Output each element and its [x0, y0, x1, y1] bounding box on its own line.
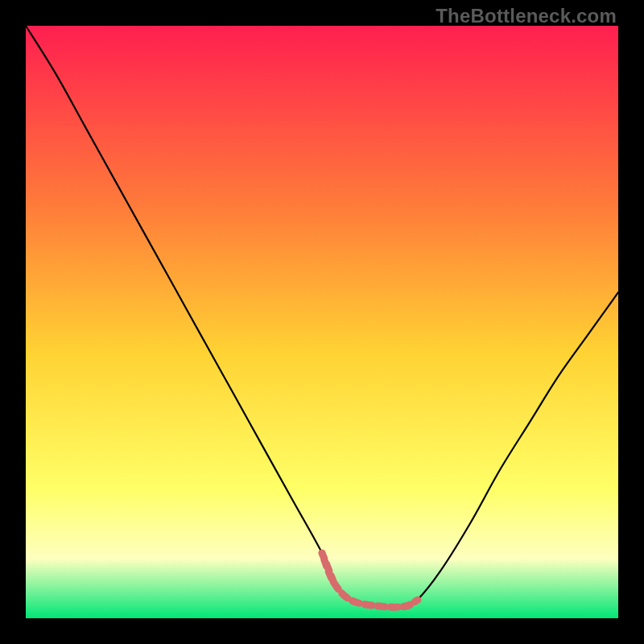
- plot-area: [26, 26, 618, 618]
- chart-stage: TheBottleneck.com: [0, 0, 644, 644]
- watermark-text: TheBottleneck.com: [436, 5, 617, 27]
- curve-layer: [26, 26, 618, 618]
- flat-region-dash: [322, 553, 418, 607]
- bottleneck-curve: [26, 26, 618, 607]
